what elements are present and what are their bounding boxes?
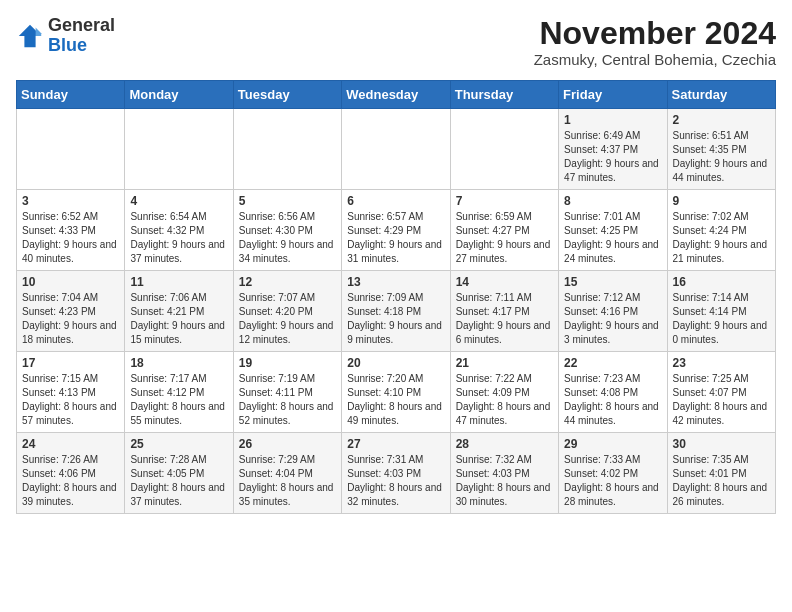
day-info: Sunrise: 7:28 AM Sunset: 4:05 PM Dayligh…: [130, 453, 227, 509]
empty-day-cell: [125, 109, 233, 190]
day-number: 2: [673, 113, 770, 127]
day-info: Sunrise: 7:29 AM Sunset: 4:04 PM Dayligh…: [239, 453, 336, 509]
day-number: 18: [130, 356, 227, 370]
day-number: 16: [673, 275, 770, 289]
day-number: 29: [564, 437, 661, 451]
weekday-header-monday: Monday: [125, 81, 233, 109]
day-number: 19: [239, 356, 336, 370]
calendar-day-14: 14Sunrise: 7:11 AM Sunset: 4:17 PM Dayli…: [450, 271, 558, 352]
empty-day-cell: [450, 109, 558, 190]
day-info: Sunrise: 7:22 AM Sunset: 4:09 PM Dayligh…: [456, 372, 553, 428]
day-info: Sunrise: 7:06 AM Sunset: 4:21 PM Dayligh…: [130, 291, 227, 347]
day-info: Sunrise: 7:11 AM Sunset: 4:17 PM Dayligh…: [456, 291, 553, 347]
day-info: Sunrise: 7:04 AM Sunset: 4:23 PM Dayligh…: [22, 291, 119, 347]
day-number: 6: [347, 194, 444, 208]
calendar-day-16: 16Sunrise: 7:14 AM Sunset: 4:14 PM Dayli…: [667, 271, 775, 352]
day-number: 15: [564, 275, 661, 289]
calendar-day-9: 9Sunrise: 7:02 AM Sunset: 4:24 PM Daylig…: [667, 190, 775, 271]
calendar-day-17: 17Sunrise: 7:15 AM Sunset: 4:13 PM Dayli…: [17, 352, 125, 433]
day-info: Sunrise: 6:57 AM Sunset: 4:29 PM Dayligh…: [347, 210, 444, 266]
day-number: 11: [130, 275, 227, 289]
day-number: 26: [239, 437, 336, 451]
day-info: Sunrise: 7:02 AM Sunset: 4:24 PM Dayligh…: [673, 210, 770, 266]
calendar-day-21: 21Sunrise: 7:22 AM Sunset: 4:09 PM Dayli…: [450, 352, 558, 433]
day-info: Sunrise: 7:19 AM Sunset: 4:11 PM Dayligh…: [239, 372, 336, 428]
empty-day-cell: [17, 109, 125, 190]
day-number: 9: [673, 194, 770, 208]
day-info: Sunrise: 7:33 AM Sunset: 4:02 PM Dayligh…: [564, 453, 661, 509]
day-info: Sunrise: 7:15 AM Sunset: 4:13 PM Dayligh…: [22, 372, 119, 428]
calendar-day-15: 15Sunrise: 7:12 AM Sunset: 4:16 PM Dayli…: [559, 271, 667, 352]
calendar-day-27: 27Sunrise: 7:31 AM Sunset: 4:03 PM Dayli…: [342, 433, 450, 514]
calendar-day-4: 4Sunrise: 6:54 AM Sunset: 4:32 PM Daylig…: [125, 190, 233, 271]
day-number: 4: [130, 194, 227, 208]
empty-day-cell: [233, 109, 341, 190]
weekday-header-thursday: Thursday: [450, 81, 558, 109]
day-info: Sunrise: 7:14 AM Sunset: 4:14 PM Dayligh…: [673, 291, 770, 347]
calendar-day-13: 13Sunrise: 7:09 AM Sunset: 4:18 PM Dayli…: [342, 271, 450, 352]
weekday-header-saturday: Saturday: [667, 81, 775, 109]
day-info: Sunrise: 7:31 AM Sunset: 4:03 PM Dayligh…: [347, 453, 444, 509]
day-info: Sunrise: 6:51 AM Sunset: 4:35 PM Dayligh…: [673, 129, 770, 185]
calendar-week-row: 3Sunrise: 6:52 AM Sunset: 4:33 PM Daylig…: [17, 190, 776, 271]
day-number: 22: [564, 356, 661, 370]
calendar-day-7: 7Sunrise: 6:59 AM Sunset: 4:27 PM Daylig…: [450, 190, 558, 271]
calendar-day-18: 18Sunrise: 7:17 AM Sunset: 4:12 PM Dayli…: [125, 352, 233, 433]
day-info: Sunrise: 7:23 AM Sunset: 4:08 PM Dayligh…: [564, 372, 661, 428]
day-number: 13: [347, 275, 444, 289]
weekday-header-row: SundayMondayTuesdayWednesdayThursdayFrid…: [17, 81, 776, 109]
day-number: 3: [22, 194, 119, 208]
calendar-day-20: 20Sunrise: 7:20 AM Sunset: 4:10 PM Dayli…: [342, 352, 450, 433]
calendar-day-28: 28Sunrise: 7:32 AM Sunset: 4:03 PM Dayli…: [450, 433, 558, 514]
calendar-day-6: 6Sunrise: 6:57 AM Sunset: 4:29 PM Daylig…: [342, 190, 450, 271]
weekday-header-tuesday: Tuesday: [233, 81, 341, 109]
day-number: 17: [22, 356, 119, 370]
calendar-day-30: 30Sunrise: 7:35 AM Sunset: 4:01 PM Dayli…: [667, 433, 775, 514]
svg-marker-1: [36, 27, 42, 35]
day-info: Sunrise: 7:01 AM Sunset: 4:25 PM Dayligh…: [564, 210, 661, 266]
day-number: 30: [673, 437, 770, 451]
day-number: 12: [239, 275, 336, 289]
logo-text: General Blue: [48, 16, 115, 56]
day-info: Sunrise: 7:25 AM Sunset: 4:07 PM Dayligh…: [673, 372, 770, 428]
calendar-day-29: 29Sunrise: 7:33 AM Sunset: 4:02 PM Dayli…: [559, 433, 667, 514]
calendar-day-11: 11Sunrise: 7:06 AM Sunset: 4:21 PM Dayli…: [125, 271, 233, 352]
day-number: 20: [347, 356, 444, 370]
day-number: 1: [564, 113, 661, 127]
calendar-day-22: 22Sunrise: 7:23 AM Sunset: 4:08 PM Dayli…: [559, 352, 667, 433]
weekday-header-sunday: Sunday: [17, 81, 125, 109]
day-number: 10: [22, 275, 119, 289]
day-info: Sunrise: 6:59 AM Sunset: 4:27 PM Dayligh…: [456, 210, 553, 266]
empty-day-cell: [342, 109, 450, 190]
day-info: Sunrise: 7:32 AM Sunset: 4:03 PM Dayligh…: [456, 453, 553, 509]
day-number: 24: [22, 437, 119, 451]
day-info: Sunrise: 7:20 AM Sunset: 4:10 PM Dayligh…: [347, 372, 444, 428]
calendar-day-23: 23Sunrise: 7:25 AM Sunset: 4:07 PM Dayli…: [667, 352, 775, 433]
day-info: Sunrise: 7:17 AM Sunset: 4:12 PM Dayligh…: [130, 372, 227, 428]
weekday-header-wednesday: Wednesday: [342, 81, 450, 109]
location-title: Zasmuky, Central Bohemia, Czechia: [534, 51, 776, 68]
calendar-week-row: 10Sunrise: 7:04 AM Sunset: 4:23 PM Dayli…: [17, 271, 776, 352]
day-info: Sunrise: 7:07 AM Sunset: 4:20 PM Dayligh…: [239, 291, 336, 347]
day-number: 28: [456, 437, 553, 451]
day-number: 5: [239, 194, 336, 208]
calendar-day-5: 5Sunrise: 6:56 AM Sunset: 4:30 PM Daylig…: [233, 190, 341, 271]
day-number: 23: [673, 356, 770, 370]
calendar-day-25: 25Sunrise: 7:28 AM Sunset: 4:05 PM Dayli…: [125, 433, 233, 514]
calendar-week-row: 1Sunrise: 6:49 AM Sunset: 4:37 PM Daylig…: [17, 109, 776, 190]
calendar-day-10: 10Sunrise: 7:04 AM Sunset: 4:23 PM Dayli…: [17, 271, 125, 352]
logo: General Blue: [16, 16, 115, 56]
day-info: Sunrise: 7:12 AM Sunset: 4:16 PM Dayligh…: [564, 291, 661, 347]
calendar-day-19: 19Sunrise: 7:19 AM Sunset: 4:11 PM Dayli…: [233, 352, 341, 433]
calendar-day-1: 1Sunrise: 6:49 AM Sunset: 4:37 PM Daylig…: [559, 109, 667, 190]
day-number: 14: [456, 275, 553, 289]
page-header: General Blue November 2024 Zasmuky, Cent…: [16, 16, 776, 68]
logo-icon: [16, 22, 44, 50]
calendar-day-26: 26Sunrise: 7:29 AM Sunset: 4:04 PM Dayli…: [233, 433, 341, 514]
title-area: November 2024 Zasmuky, Central Bohemia, …: [534, 16, 776, 68]
calendar-table: SundayMondayTuesdayWednesdayThursdayFrid…: [16, 80, 776, 514]
calendar-day-8: 8Sunrise: 7:01 AM Sunset: 4:25 PM Daylig…: [559, 190, 667, 271]
weekday-header-friday: Friday: [559, 81, 667, 109]
day-number: 25: [130, 437, 227, 451]
month-title: November 2024: [534, 16, 776, 51]
